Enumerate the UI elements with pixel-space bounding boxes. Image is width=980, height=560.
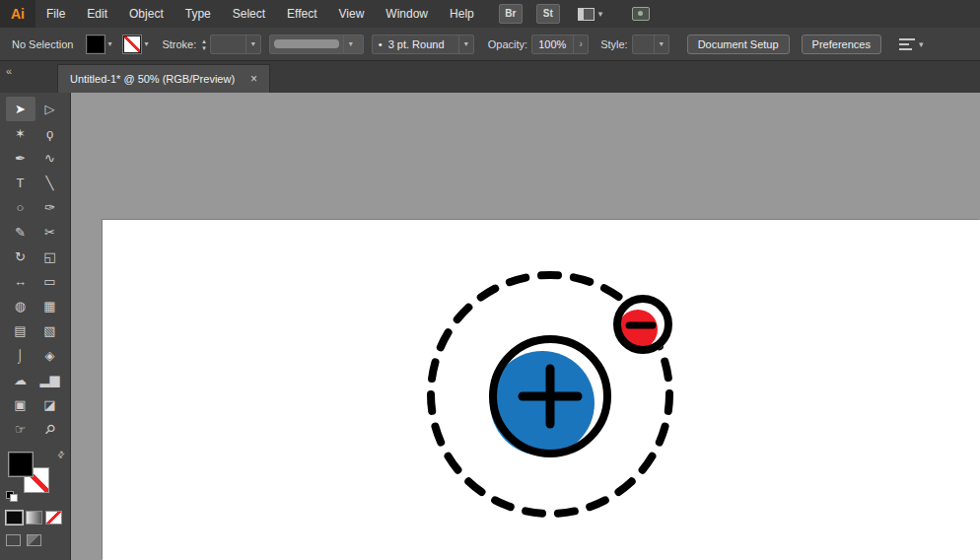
- eyedropper-tool[interactable]: ⌡: [6, 343, 35, 368]
- close-icon[interactable]: ×: [250, 72, 257, 86]
- scale-tool[interactable]: ◱: [35, 245, 65, 269]
- stroke-weight-stepper[interactable]: ▴ ▾: [202, 37, 206, 51]
- stepper-down-icon[interactable]: ▾: [202, 44, 206, 51]
- menu-type[interactable]: Type: [175, 0, 222, 28]
- rotate-tool[interactable]: ↻: [6, 245, 35, 269]
- stroke-label[interactable]: Stroke:: [162, 38, 196, 50]
- menu-help[interactable]: Help: [439, 0, 485, 28]
- scissors-tool-icon: ✂: [44, 225, 55, 240]
- hand-tool[interactable]: ☞: [6, 417, 35, 442]
- menu-effect[interactable]: Effect: [276, 0, 327, 28]
- blend-tool-icon: ◈: [45, 348, 55, 363]
- menu-select[interactable]: Select: [222, 0, 276, 28]
- line-segment-tool[interactable]: ╲: [35, 171, 65, 195]
- tools-grid: ➤ ▷ ✶ ϙ ✒ ∿ T ╲ ○ ✑ ✎ ✂ ↻ ◱ ↔ ▭ ◍ ▦ ▤ ▧ …: [0, 97, 70, 442]
- symbol-sprayer-tool-icon: ☁: [14, 373, 27, 387]
- paintbrush-tool[interactable]: ✑: [35, 195, 65, 220]
- direct-selection-tool[interactable]: ▷: [35, 97, 65, 121]
- workspace-layout-icon[interactable]: [578, 8, 595, 21]
- brush-definition-value: 3 pt. Round: [383, 38, 458, 50]
- chevron-down-icon[interactable]: ▾: [107, 39, 111, 48]
- opacity-value: 100%: [532, 38, 573, 50]
- ellipse-tool[interactable]: ○: [6, 195, 35, 220]
- gradient-tool[interactable]: ▧: [35, 318, 65, 343]
- scale-tool-icon: ◱: [43, 249, 55, 264]
- fill-color-swatch[interactable]: [87, 35, 105, 53]
- menu-edit[interactable]: Edit: [76, 0, 118, 28]
- shape-builder-tool[interactable]: ◍: [6, 294, 35, 318]
- column-graph-tool[interactable]: ▂▆: [35, 368, 65, 392]
- magic-wand-tool[interactable]: ✶: [6, 121, 35, 146]
- artboard-tool[interactable]: ▣: [6, 392, 35, 417]
- symbol-sprayer-tool[interactable]: ☁: [6, 368, 35, 392]
- selection-tool[interactable]: ➤: [6, 97, 35, 121]
- artboard-tool-icon: ▣: [14, 397, 26, 412]
- canvas[interactable]: [71, 93, 980, 560]
- menu-object[interactable]: Object: [118, 0, 175, 28]
- menu-view[interactable]: View: [328, 0, 376, 28]
- type-tool[interactable]: T: [6, 171, 35, 195]
- fill-swatch[interactable]: [8, 452, 34, 477]
- chevron-down-icon[interactable]: ▾: [919, 39, 924, 49]
- stepper-up-icon[interactable]: ▴: [202, 37, 206, 44]
- width-tool[interactable]: ↔: [6, 269, 35, 294]
- chevron-down-icon[interactable]: ▾: [144, 39, 148, 48]
- free-transform-tool[interactable]: ▭: [35, 269, 65, 294]
- color-button[interactable]: [6, 511, 23, 525]
- draw-mode-row: [6, 534, 65, 546]
- menu-file[interactable]: File: [35, 0, 76, 28]
- preferences-button[interactable]: Preferences: [802, 35, 881, 54]
- slice-tool[interactable]: ◪: [35, 392, 65, 417]
- bridge-button[interactable]: Br: [499, 4, 523, 24]
- menu-bar: Ai File Edit Object Type Select Effect V…: [0, 0, 980, 29]
- zoom-tool[interactable]: ⚲: [35, 417, 65, 442]
- pencil-tool[interactable]: ✎: [6, 220, 35, 245]
- line-segment-tool-icon: ╲: [46, 175, 54, 190]
- cs-live-icon[interactable]: [632, 7, 650, 21]
- document-tab[interactable]: Untitled-1* @ 50% (RGB/Preview) ×: [57, 64, 270, 93]
- document-setup-button[interactable]: Document Setup: [687, 35, 790, 54]
- eyedropper-tool-icon: ⌡: [17, 348, 25, 363]
- gradient-button[interactable]: [26, 511, 42, 525]
- width-profile-dropdown[interactable]: ▾: [269, 35, 364, 54]
- width-profile-preview: [274, 39, 339, 48]
- swap-fill-stroke-icon[interactable]: ⇄: [55, 449, 67, 460]
- stroke-color-swatch[interactable]: [123, 35, 141, 53]
- pen-tool[interactable]: ✒: [6, 146, 35, 171]
- align-options-icon[interactable]: [899, 38, 915, 50]
- stroke-weight-dropdown[interactable]: ▾: [210, 35, 261, 54]
- chevron-down-icon[interactable]: ▾: [343, 35, 358, 53]
- stock-button[interactable]: St: [536, 4, 560, 24]
- lasso-tool[interactable]: ϙ: [35, 121, 65, 146]
- curvature-tool[interactable]: ∿: [35, 146, 65, 171]
- opacity-field[interactable]: 100% ›: [531, 35, 589, 54]
- default-fill-stroke-icon[interactable]: [6, 491, 18, 501]
- draw-normal-button[interactable]: [6, 534, 21, 546]
- collapse-panels-icon[interactable]: «: [6, 65, 12, 77]
- illustrator-logo: Ai: [0, 0, 35, 28]
- free-transform-tool-icon: ▭: [43, 274, 55, 289]
- mesh-tool[interactable]: ▤: [6, 318, 35, 343]
- opacity-label[interactable]: Opacity:: [488, 38, 527, 50]
- perspective-grid-tool[interactable]: ▦: [35, 294, 65, 318]
- atom-artwork: [71, 93, 980, 560]
- scissors-tool[interactable]: ✂: [35, 220, 65, 245]
- brush-definition-dropdown[interactable]: • 3 pt. Round ▾: [372, 35, 474, 54]
- chevron-down-icon[interactable]: ▾: [598, 9, 603, 19]
- menu-window[interactable]: Window: [375, 0, 439, 28]
- rotate-tool-icon: ↻: [15, 249, 26, 264]
- chevron-down-icon[interactable]: ▾: [654, 35, 668, 53]
- hand-tool-icon: ☞: [15, 422, 27, 437]
- document-tab-bar: « Untitled-1* @ 50% (RGB/Preview) ×: [0, 61, 980, 93]
- none-button[interactable]: [45, 511, 62, 525]
- blend-tool[interactable]: ◈: [35, 343, 65, 368]
- control-bar: No Selection ▾ ▾ Stroke: ▴ ▾ ▾ ▾ • 3 pt.…: [0, 28, 980, 61]
- chevron-right-icon[interactable]: ›: [573, 35, 588, 53]
- chevron-down-icon[interactable]: ▾: [458, 35, 473, 53]
- chevron-down-icon[interactable]: ▾: [245, 35, 260, 53]
- selection-tool-icon: ➤: [15, 102, 26, 116]
- draw-behind-button[interactable]: [27, 534, 41, 546]
- direct-selection-tool-icon: ▷: [45, 102, 55, 116]
- lasso-tool-icon: ϙ: [46, 126, 53, 141]
- style-dropdown[interactable]: ▾: [632, 35, 669, 54]
